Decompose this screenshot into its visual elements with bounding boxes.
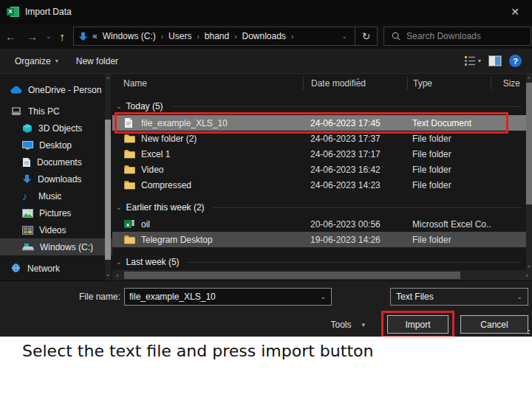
drive-icon — [22, 243, 34, 251]
search-box[interactable] — [383, 27, 531, 46]
file-date: 24-06-2023 17:45 — [303, 118, 407, 128]
file-row-video[interactable]: Video 24-06-2023 16:42 File folder — [112, 162, 526, 177]
file-type-select[interactable]: Text Files ⌄ — [390, 288, 528, 306]
scroll-down-icon[interactable]: ⌄ — [104, 271, 112, 278]
breadcrumb-users[interactable]: Users — [168, 31, 191, 41]
folder-icon — [124, 149, 136, 159]
scroll-up-icon[interactable]: ^ — [104, 75, 112, 82]
refresh-icon[interactable]: ↻ — [355, 27, 378, 46]
sidebar-item-pictures[interactable]: Pictures — [0, 204, 112, 221]
breadcrumb-separator: › — [291, 32, 293, 41]
chevron-down-icon: ▾ — [361, 321, 365, 328]
file-type: File folder — [407, 165, 491, 175]
help-icon[interactable]: ? — [509, 55, 522, 67]
file-row-new-folder-2[interactable]: New folder (2) 24-06-2023 17:37 File fol… — [112, 131, 526, 146]
folder-icon — [124, 180, 136, 190]
collapse-chevron-icon: ⌄ — [116, 258, 122, 266]
column-header-name[interactable]: Name — [112, 78, 303, 89]
scroll-right-icon[interactable]: › — [522, 272, 532, 279]
sidebar-item-documents[interactable]: Documents — [0, 154, 112, 170]
chevron-down-icon: ⌄ — [511, 293, 528, 300]
sidebar-item-desktop[interactable]: Desktop — [0, 137, 112, 154]
file-name: Compressed — [136, 180, 303, 190]
preview-pane-icon[interactable] — [488, 55, 502, 66]
sidebar-item-network[interactable]: Network — [0, 260, 112, 277]
vertical-scrollbar[interactable]: ^ ⌄ — [526, 74, 532, 270]
chevron-down-icon[interactable]: ⌄ — [315, 293, 331, 300]
group-header-today[interactable]: ⌄ Today (5) — [112, 99, 526, 114]
file-name: file_example_XLS_10 — [136, 118, 303, 128]
file-row-oil[interactable]: x oil 20-06-2023 00:56 Microsoft Excel C… — [112, 216, 526, 232]
file-date: 24-06-2023 17:37 — [303, 134, 407, 144]
dialog-title: Import Data — [25, 7, 72, 17]
sidebar-item-3d-objects[interactable]: 3D Objects — [0, 120, 112, 137]
scroll-left-icon[interactable]: ‹ — [112, 272, 123, 279]
column-header-date-modified[interactable]: ⌄Date modified — [303, 77, 407, 90]
sidebar-item-downloads[interactable]: Downloads — [0, 170, 112, 187]
file-list: Name ⌄Date modified Type Size ⌄ Today (5… — [112, 74, 532, 280]
file-row-telegram-desktop[interactable]: Telegram Desktop 19-06-2023 14:26 File f… — [112, 232, 526, 247]
film-icon — [22, 226, 33, 235]
resize-grip[interactable] — [524, 328, 530, 334]
file-name-input[interactable] — [125, 292, 315, 302]
scroll-up-icon[interactable]: ^ — [525, 75, 532, 82]
import-data-dialog: X Import Data ✕ ← → ⌄ ↑ « Windows (C:) ›… — [0, 0, 532, 337]
file-row-file-example-xls-10[interactable]: file_example_XLS_10 24-06-2023 17:45 Tex… — [112, 115, 526, 131]
close-icon[interactable]: ✕ — [498, 0, 532, 24]
sidebar-item-label: Videos — [39, 225, 66, 235]
up-icon[interactable]: ↑ — [55, 30, 71, 43]
address-bar[interactable]: « Windows (C:) › Users › bhand › Downloa… — [73, 27, 355, 46]
sidebar-item-music[interactable]: ♪ Music — [0, 187, 112, 204]
caption-area: Select the text file and press import bu… — [0, 337, 532, 403]
annotation-import-box: Import — [381, 311, 454, 338]
scroll-down-icon[interactable]: ⌄ — [525, 262, 532, 269]
dialog-footer: File name: ⌄ Text Files ⌄ Tools ▾ Import… — [0, 280, 532, 337]
group-header-earlier-this-week[interactable]: ⌄ Earlier this week (2) — [112, 200, 526, 215]
sidebar-item-this-pc[interactable]: This PC — [0, 103, 112, 120]
sidebar-item-onedrive[interactable]: OneDrive - Person — [0, 81, 112, 98]
scrollbar-thumb[interactable] — [124, 272, 460, 279]
breadcrumb-downloads[interactable]: Downloads — [242, 31, 286, 41]
breadcrumb-windows-c[interactable]: Windows (C:) — [103, 31, 156, 41]
sidebar-item-label: Windows (C:) — [40, 242, 93, 252]
file-type: Text Document — [407, 118, 491, 128]
search-input[interactable] — [406, 31, 517, 41]
file-name-combobox[interactable]: ⌄ — [124, 288, 332, 306]
navigation-bar: ← → ⌄ ↑ « Windows (C:) › Users › bhand ›… — [0, 24, 532, 49]
address-dropdown-chevron-icon[interactable]: ⌄ — [335, 32, 355, 40]
sidebar-item-videos[interactable]: Videos — [0, 221, 112, 238]
back-icon[interactable]: ← — [0, 30, 21, 43]
svg-text:x: x — [126, 221, 130, 228]
file-row-excel-1[interactable]: Excel 1 24-06-2023 17:17 File folder — [112, 146, 526, 162]
music-note-icon: ♪ — [22, 190, 33, 202]
breadcrumb-overflow-icon[interactable]: « — [92, 31, 98, 41]
command-bar: Organize ▾ New folder ▾ ? — [0, 49, 532, 74]
change-view-button[interactable]: ▾ — [464, 55, 481, 66]
breadcrumb-bhand[interactable]: bhand — [205, 31, 229, 41]
file-date: 24-06-2023 16:42 — [303, 165, 407, 175]
sidebar-scrollbar[interactable]: ^ ⌄ — [105, 74, 111, 280]
file-type: File folder — [407, 149, 491, 159]
new-folder-button[interactable]: New folder — [67, 56, 127, 66]
group-label: Earlier this week (2) — [126, 202, 205, 213]
breadcrumb-separator: › — [197, 32, 199, 41]
organize-label: Organize — [15, 56, 51, 66]
caption-text: Select the text file and press import bu… — [22, 341, 377, 362]
dialog-body: OneDrive - Person This PC 3D Objects Des… — [0, 74, 532, 280]
file-row-compressed[interactable]: Compressed 24-06-2023 14:23 File folder — [112, 177, 526, 193]
horizontal-scrollbar[interactable]: ‹ › — [112, 270, 532, 280]
group-header-last-week[interactable]: ⌄ Last week (5) — [112, 255, 526, 269]
sidebar-item-windows-c[interactable]: Windows (C:) — [0, 238, 112, 255]
import-button[interactable]: Import — [387, 315, 449, 334]
recent-locations-chevron-icon[interactable]: ⌄ — [43, 32, 55, 40]
chevron-down-icon: ▾ — [478, 58, 481, 64]
organize-button[interactable]: Organize ▾ — [6, 56, 67, 66]
collapse-chevron-icon: ⌄ — [116, 204, 122, 211]
file-date: 20-06-2023 00:56 — [303, 219, 407, 230]
tools-button[interactable]: Tools ▾ — [330, 320, 365, 330]
column-header-type[interactable]: Type — [407, 77, 491, 90]
cancel-button[interactable]: Cancel — [460, 315, 528, 334]
forward-icon[interactable]: → — [21, 30, 43, 43]
file-type: File folder — [407, 180, 491, 190]
sidebar-item-label: Network — [27, 264, 60, 274]
